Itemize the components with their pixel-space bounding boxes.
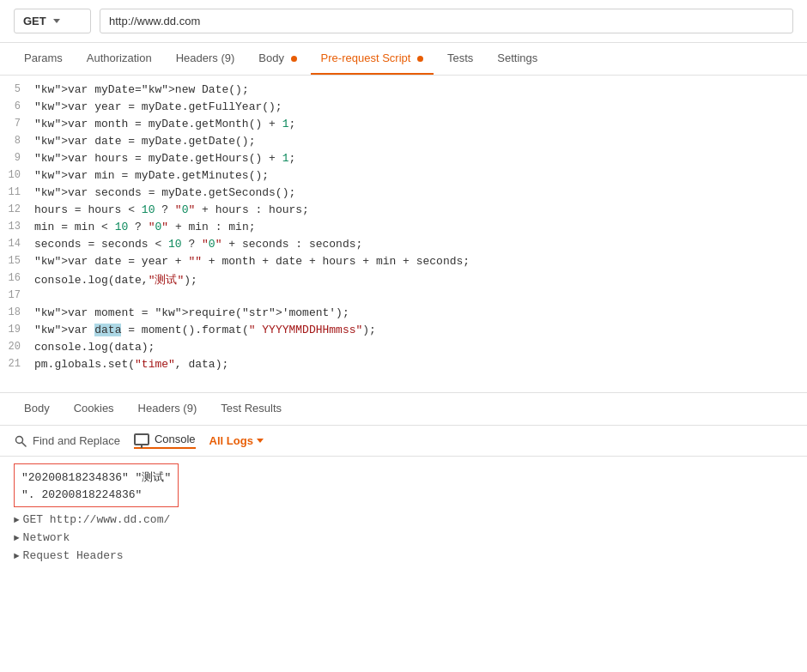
line-code: "kw">var data = moment().format(" YYYYMM… [34, 324, 807, 336]
tab-body[interactable]: Body [248, 43, 306, 75]
tab-response-headers[interactable]: Headers (9) [128, 393, 208, 425]
tab-response-body[interactable]: Body [14, 393, 60, 425]
tab-tests[interactable]: Tests [437, 43, 483, 75]
console-log-line-2: ". 20200818224836" [21, 487, 171, 503]
line-code: "kw">var moment = "kw">require("str">'mo… [34, 306, 807, 319]
line-number: 20 [0, 341, 34, 353]
line-number: 16 [0, 272, 34, 284]
svg-line-1 [22, 442, 27, 446]
pre-request-dot-indicator [417, 56, 423, 62]
url-input[interactable] [100, 9, 793, 33]
method-dropdown[interactable]: GET [14, 9, 91, 33]
code-line: 8"kw">var date = myDate.getDate(); [0, 134, 807, 151]
line-code: "kw">var date = year + "" + month + date… [34, 255, 807, 268]
code-line: 21pm.globals.set("time", data); [0, 357, 807, 374]
response-tab-nav: Body Cookies Headers (9) Test Results [0, 393, 807, 426]
code-line: 11"kw">var seconds = myDate.getSeconds()… [0, 185, 807, 203]
console-icon [134, 433, 149, 445]
tab-test-results[interactable]: Test Results [210, 393, 292, 425]
line-code: pm.globals.set("time", data); [34, 358, 807, 371]
highlighted-output-block: "20200818234836" "测试" ". 20200818224836" [14, 463, 793, 507]
code-line: 5"kw">var myDate="kw">new Date(); [0, 82, 807, 100]
console-log-line-1: "20200818234836" "测试" [21, 468, 171, 487]
line-number: 18 [0, 306, 34, 318]
line-number: 10 [0, 169, 34, 181]
search-icon [14, 434, 27, 448]
arrow-icon: ► [14, 515, 20, 525]
all-logs-chevron-icon [257, 439, 264, 443]
code-line: 13min = min < 10 ? "0" + min : min; [0, 220, 807, 237]
code-line: 19"kw">var data = moment().format(" YYYY… [0, 323, 807, 340]
line-number: 5 [0, 83, 34, 95]
line-code: console.log(date,"测试"); [34, 272, 807, 288]
console-tool[interactable]: Console [134, 433, 196, 449]
line-number: 12 [0, 203, 34, 215]
line-number: 17 [0, 289, 34, 301]
find-replace-tool[interactable]: Find and Replace [14, 434, 120, 448]
code-line: 14seconds = seconds < 10 ? "0" + seconds… [0, 237, 807, 254]
tab-params[interactable]: Params [14, 43, 73, 75]
tools-bar: Find and Replace Console All Logs [0, 426, 807, 457]
line-number: 15 [0, 255, 34, 267]
line-number: 21 [0, 358, 34, 370]
code-line: 7"kw">var month = myDate.getMonth() + 1; [0, 117, 807, 134]
find-replace-label: Find and Replace [33, 434, 120, 447]
arrow-icon: ► [14, 551, 20, 561]
code-line: 20console.log(data); [0, 340, 807, 357]
log-request-headers: ► Request Headers [14, 547, 793, 565]
code-line: 18"kw">var moment = "kw">require("str">'… [0, 306, 807, 323]
code-line: 17 [0, 288, 807, 306]
all-logs-label: All Logs [209, 434, 253, 447]
tab-pre-request-script[interactable]: Pre-request Script [311, 43, 434, 75]
line-number: 8 [0, 135, 34, 147]
line-code: "kw">var min = myDate.getMinutes(); [34, 169, 807, 182]
line-code: "kw">var year = myDate.getFullYear(); [34, 100, 807, 113]
top-bar: GET [0, 0, 807, 43]
chevron-down-icon [53, 19, 60, 23]
log-get-request: ► GET http://www.dd.com/ [14, 511, 793, 529]
code-line: 10"kw">var min = myDate.getMinutes(); [0, 168, 807, 185]
line-code: seconds = seconds < 10 ? "0" + seconds :… [34, 238, 807, 251]
code-line: 12hours = hours < 10 ? "0" + hours : hou… [0, 203, 807, 220]
line-code: "kw">var seconds = myDate.getSeconds(); [34, 186, 807, 199]
line-number: 13 [0, 221, 34, 233]
line-code: "kw">var myDate="kw">new Date(); [34, 83, 807, 96]
arrow-icon: ► [14, 533, 20, 543]
code-editor[interactable]: 5"kw">var myDate="kw">new Date();6"kw">v… [0, 76, 807, 393]
tab-headers[interactable]: Headers (9) [166, 43, 246, 75]
line-number: 7 [0, 118, 34, 130]
line-number: 14 [0, 238, 34, 250]
tab-cookies[interactable]: Cookies [64, 393, 124, 425]
line-code: console.log(data); [34, 341, 807, 354]
code-line: 6"kw">var year = myDate.getFullYear(); [0, 100, 807, 117]
line-code: "kw">var date = myDate.getDate(); [34, 135, 807, 148]
code-line: 16console.log(date,"测试"); [0, 271, 807, 288]
tab-authorization[interactable]: Authorization [76, 43, 162, 75]
tab-settings[interactable]: Settings [487, 43, 548, 75]
method-label: GET [23, 15, 46, 27]
code-line: 15"kw">var date = year + "" + month + da… [0, 254, 807, 271]
log-network: ► Network [14, 529, 793, 547]
line-code: min = min < 10 ? "0" + min : min; [34, 221, 807, 233]
line-number: 6 [0, 100, 34, 112]
line-number: 19 [0, 324, 34, 336]
console-label: Console [155, 433, 196, 445]
line-code: "kw">var hours = myDate.getHours() + 1; [34, 152, 807, 165]
main-tab-nav: Params Authorization Headers (9) Body Pr… [0, 43, 807, 76]
body-dot-indicator [291, 56, 297, 62]
line-number: 11 [0, 186, 34, 198]
line-code: hours = hours < 10 ? "0" + hours : hours… [34, 203, 807, 216]
console-output-area: "20200818234836" "测试" ". 20200818224836"… [0, 457, 807, 572]
line-number: 9 [0, 152, 34, 164]
code-line: 9"kw">var hours = myDate.getHours() + 1; [0, 151, 807, 168]
line-code: "kw">var month = myDate.getMonth() + 1; [34, 118, 807, 130]
all-logs-dropdown[interactable]: All Logs [209, 434, 264, 447]
